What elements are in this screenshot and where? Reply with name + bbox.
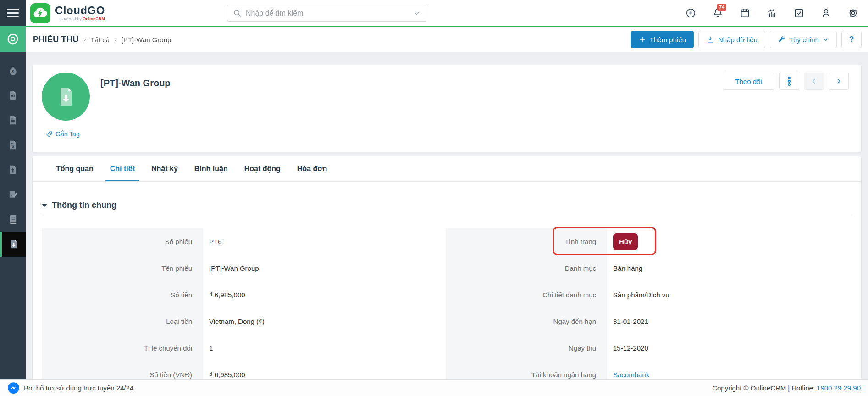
field-row: Ngày thu 15-12-2020 xyxy=(446,335,861,361)
sidebar-item-payment-doc[interactable]: $ xyxy=(0,133,26,157)
sidebar-item-invoice[interactable] xyxy=(0,108,26,133)
breadcrumb: PHIẾU THU › Tất cả › [PT]-Wan Group xyxy=(33,35,171,45)
chevron-right-icon xyxy=(835,78,842,85)
field-value: Vietnam, Dong (₫) xyxy=(203,318,441,325)
breadcrumb-current: [PT]-Wan Group xyxy=(122,36,171,44)
tab-activities[interactable]: Hoạt động xyxy=(236,156,289,181)
sidebar-nav: $ $ xyxy=(0,58,26,257)
hamburger-icon xyxy=(7,9,19,10)
field-grid: Số phiếu PT6 Tên phiếu [PT]-Wan Group Số… xyxy=(42,228,861,388)
field-value: Sản phẩm/Dịch vụ xyxy=(607,291,861,299)
import-icon xyxy=(706,35,714,44)
field-value: ₫ 6,985,000 xyxy=(203,291,441,299)
customize-button[interactable]: Tùy chỉnh xyxy=(770,31,837,48)
check-square-icon xyxy=(793,7,805,19)
field-row: Ngày đến hạn 31-01-2021 xyxy=(446,308,861,335)
tab-invoices[interactable]: Hóa đơn xyxy=(289,156,336,181)
breadcrumb-separator: › xyxy=(83,35,86,44)
user-icon xyxy=(820,7,832,19)
status-badge: Hủy xyxy=(613,233,638,250)
assign-tag-link[interactable]: Gắn Tag xyxy=(46,130,80,138)
calendar-button[interactable] xyxy=(739,7,751,19)
hotline-link[interactable]: 1900 29 29 90 xyxy=(817,384,861,392)
sidebar-item-receipt-download[interactable] xyxy=(0,232,26,257)
bank-account-link[interactable]: Sacombank xyxy=(613,371,649,379)
record-avatar xyxy=(42,73,90,121)
sidebar: $ $ xyxy=(0,26,26,379)
tab-comments[interactable]: Bình luận xyxy=(186,156,236,181)
sidebar-item-upload-doc[interactable] xyxy=(0,157,26,182)
tab-details[interactable]: Chi tiết xyxy=(102,156,143,181)
support-bot-text: Bot hỗ trợ sử dụng trực tuyến 24/24 xyxy=(24,384,133,392)
app-logo[interactable]: CloudGO powered by OnlineCRM xyxy=(30,3,105,23)
search-icon xyxy=(233,9,242,17)
field-column-left: Số phiếu PT6 Tên phiếu [PT]-Wan Group Số… xyxy=(42,228,441,388)
record-actions: Theo dõi xyxy=(723,73,849,90)
global-search xyxy=(227,5,426,22)
notifications-button[interactable]: 74 xyxy=(712,7,724,19)
sidebar-item-ledger[interactable] xyxy=(0,207,26,232)
previous-record-button[interactable] xyxy=(804,73,824,90)
brand-name: CloudGO xyxy=(55,5,105,16)
more-options-button[interactable] xyxy=(779,73,799,90)
wrench-icon xyxy=(778,36,785,44)
sidebar-item-money-bag[interactable]: $ xyxy=(0,58,26,83)
field-value: [PT]-Wan Group xyxy=(203,264,441,272)
field-column-right: Tình trạng Hủy Danh mục Bán hàng Chi tiế… xyxy=(446,228,861,388)
notification-badge: 74 xyxy=(717,4,726,11)
field-value: ₫ 6,985,000 xyxy=(203,371,441,379)
tasks-button[interactable] xyxy=(793,7,805,19)
help-icon: ? xyxy=(849,35,854,44)
tab-overview[interactable]: Tổng quan xyxy=(48,156,102,181)
follow-button[interactable]: Theo dõi xyxy=(723,73,774,90)
receipt-download-icon xyxy=(9,239,19,249)
sidebar-item-sign-doc[interactable] xyxy=(0,182,26,207)
calendar-icon xyxy=(739,7,751,19)
svg-text:$: $ xyxy=(12,145,14,149)
profile-button[interactable] xyxy=(820,7,832,19)
breadcrumb-separator: › xyxy=(114,35,117,44)
record-title: [PT]-Wan Group xyxy=(100,78,171,145)
footer: Bot hỗ trợ sử dụng trực tuyến 24/24 Copy… xyxy=(0,379,868,396)
breadcrumb-bar: PHIẾU THU › Tất cả › [PT]-Wan Group Thêm… xyxy=(26,26,868,52)
spreadsheet-doc-icon xyxy=(8,90,18,100)
import-data-button[interactable]: Nhập dữ liệu xyxy=(698,31,765,48)
topbar-icons: 74 xyxy=(685,7,868,19)
field-value: Sacombank xyxy=(607,371,861,379)
tab-log[interactable]: Nhật ký xyxy=(143,156,186,181)
quick-add-button[interactable] xyxy=(685,7,697,19)
section-general-info-toggle[interactable]: Thông tin chung xyxy=(42,198,852,212)
chevron-down-icon xyxy=(823,36,829,43)
field-value: PT6 xyxy=(203,238,441,245)
settings-button[interactable] xyxy=(847,7,859,19)
field-row: Số phiếu PT6 xyxy=(42,228,441,255)
target-icon xyxy=(6,32,20,46)
field-row: Tên phiếu [PT]-Wan Group xyxy=(42,255,441,281)
messenger-icon xyxy=(7,382,20,394)
breadcrumb-module[interactable]: PHIẾU THU xyxy=(33,35,79,45)
field-value: 15-12-2020 xyxy=(607,344,861,352)
add-receipt-button[interactable]: Thêm phiếu xyxy=(631,31,694,48)
field-value: Hủy xyxy=(607,233,861,250)
invoice-doc-icon xyxy=(8,115,18,125)
support-bot[interactable]: Bot hỗ trợ sử dụng trực tuyến 24/24 xyxy=(7,382,133,394)
topbar: CloudGO powered by OnlineCRM 74 xyxy=(0,0,868,26)
field-value: Bán hàng xyxy=(607,264,861,272)
field-row: Loại tiền Vietnam, Dong (₫) xyxy=(42,308,441,335)
next-record-button[interactable] xyxy=(829,73,849,90)
money-bag-icon: $ xyxy=(8,66,18,76)
hamburger-menu-button[interactable] xyxy=(0,0,26,26)
chevron-down-icon[interactable] xyxy=(413,10,420,17)
sidebar-module-current[interactable] xyxy=(0,26,26,52)
record-header-card: Gắn Tag [PT]-Wan Group Theo dõi xyxy=(32,65,862,152)
search-input[interactable] xyxy=(246,9,409,17)
powered-by: powered by OnlineCRM xyxy=(60,17,105,21)
field-row: Danh mục Bán hàng xyxy=(446,255,861,281)
reports-button[interactable] xyxy=(766,7,778,19)
tab-bar: Tổng quan Chi tiết Nhật ký Bình luận Hoạ… xyxy=(33,156,861,182)
plus-circle-icon xyxy=(685,7,697,19)
help-button[interactable]: ? xyxy=(841,31,862,48)
sidebar-item-spreadsheet[interactable] xyxy=(0,83,26,108)
field-row: Số tiền ₫ 6,985,000 xyxy=(42,281,441,308)
breadcrumb-parent[interactable]: Tất cả xyxy=(90,36,110,44)
